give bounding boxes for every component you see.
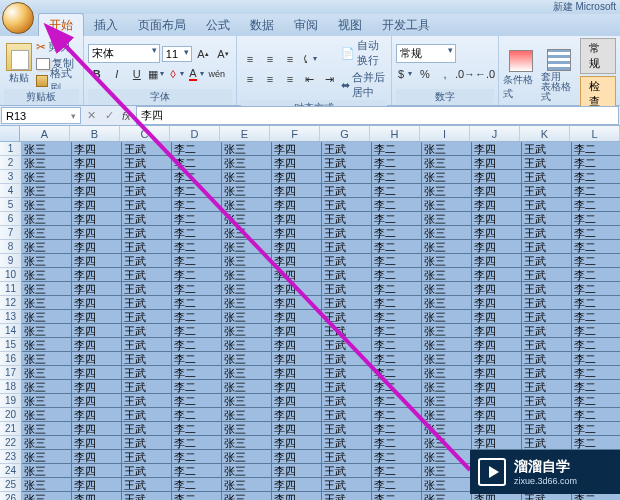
- cell[interactable]: 李二: [372, 296, 422, 310]
- name-box[interactable]: R13: [1, 107, 81, 124]
- cell[interactable]: 李二: [172, 352, 222, 366]
- cell[interactable]: 张三: [22, 226, 72, 240]
- cell[interactable]: 王武: [522, 338, 572, 352]
- cell[interactable]: 张三: [422, 450, 472, 464]
- border-button[interactable]: ▦: [148, 65, 166, 83]
- bold-button[interactable]: B: [88, 65, 106, 83]
- cell[interactable]: 李二: [572, 352, 620, 366]
- cell[interactable]: 李四: [272, 282, 322, 296]
- cell[interactable]: 王武: [122, 310, 172, 324]
- cell[interactable]: 张三: [22, 464, 72, 478]
- cell[interactable]: 李二: [172, 254, 222, 268]
- wrap-text-button[interactable]: 📄自动换行: [341, 38, 387, 68]
- font-color-button[interactable]: A: [188, 65, 206, 83]
- row-header[interactable]: 19: [0, 394, 22, 408]
- cell[interactable]: 李四: [72, 394, 122, 408]
- cell[interactable]: 李四: [472, 170, 522, 184]
- cell[interactable]: 王武: [122, 198, 172, 212]
- cell[interactable]: 王武: [522, 240, 572, 254]
- cell[interactable]: 张三: [222, 436, 272, 450]
- cell[interactable]: 张三: [222, 212, 272, 226]
- cell[interactable]: 李二: [572, 436, 620, 450]
- cell[interactable]: 张三: [22, 338, 72, 352]
- cell[interactable]: 张三: [22, 394, 72, 408]
- cell[interactable]: 李二: [172, 464, 222, 478]
- cell[interactable]: 李二: [372, 450, 422, 464]
- number-format-combo[interactable]: 常规: [396, 44, 456, 63]
- cell[interactable]: 王武: [322, 352, 372, 366]
- cell[interactable]: 张三: [422, 240, 472, 254]
- cell[interactable]: 李二: [572, 184, 620, 198]
- row-header[interactable]: 2: [0, 156, 22, 170]
- cell[interactable]: 张三: [222, 492, 272, 500]
- cell[interactable]: 李二: [172, 240, 222, 254]
- font-name-combo[interactable]: 宋体: [88, 44, 160, 63]
- cell[interactable]: 李四: [472, 254, 522, 268]
- cell[interactable]: 李四: [72, 254, 122, 268]
- cell[interactable]: 李二: [572, 394, 620, 408]
- select-all-corner[interactable]: [0, 126, 20, 141]
- cell[interactable]: 王武: [322, 310, 372, 324]
- row-header[interactable]: 25: [0, 478, 22, 492]
- cell[interactable]: 李二: [172, 436, 222, 450]
- row-header[interactable]: 9: [0, 254, 22, 268]
- cell[interactable]: 张三: [222, 198, 272, 212]
- align-bottom-button[interactable]: ≡: [281, 50, 299, 68]
- cell[interactable]: 张三: [22, 212, 72, 226]
- cell[interactable]: 张三: [222, 142, 272, 156]
- cell[interactable]: 李二: [172, 380, 222, 394]
- cell[interactable]: 王武: [322, 254, 372, 268]
- cell[interactable]: 张三: [422, 478, 472, 492]
- cell[interactable]: 李四: [72, 296, 122, 310]
- cell[interactable]: 李二: [372, 254, 422, 268]
- cell[interactable]: 王武: [522, 394, 572, 408]
- cell[interactable]: 张三: [22, 408, 72, 422]
- cell[interactable]: 张三: [422, 380, 472, 394]
- cell[interactable]: 李四: [272, 170, 322, 184]
- cell[interactable]: 李二: [372, 156, 422, 170]
- cell[interactable]: 李四: [272, 184, 322, 198]
- cell[interactable]: 李二: [172, 226, 222, 240]
- align-middle-button[interactable]: ≡: [261, 50, 279, 68]
- cell[interactable]: 李四: [72, 352, 122, 366]
- cell[interactable]: 张三: [422, 212, 472, 226]
- cell[interactable]: 王武: [322, 492, 372, 500]
- fx-icon[interactable]: fx: [118, 110, 135, 122]
- cell[interactable]: 王武: [322, 450, 372, 464]
- orientation-button[interactable]: ⤹: [301, 50, 319, 68]
- cell[interactable]: 李四: [272, 492, 322, 500]
- cell[interactable]: 王武: [522, 436, 572, 450]
- cell[interactable]: 李四: [472, 436, 522, 450]
- cell[interactable]: 李二: [572, 324, 620, 338]
- cell[interactable]: 王武: [522, 422, 572, 436]
- underline-button[interactable]: U: [128, 65, 146, 83]
- cell[interactable]: 李四: [72, 170, 122, 184]
- cell[interactable]: 李二: [372, 352, 422, 366]
- row-header[interactable]: 14: [0, 324, 22, 338]
- cell[interactable]: 李二: [372, 142, 422, 156]
- row-header[interactable]: 22: [0, 436, 22, 450]
- cell[interactable]: 王武: [522, 352, 572, 366]
- col-header[interactable]: L: [570, 126, 620, 141]
- cell[interactable]: 李二: [572, 310, 620, 324]
- cell[interactable]: 李四: [472, 310, 522, 324]
- cell[interactable]: 王武: [522, 282, 572, 296]
- cell[interactable]: 李四: [272, 352, 322, 366]
- cell[interactable]: 王武: [122, 352, 172, 366]
- cell[interactable]: 王武: [522, 170, 572, 184]
- cell[interactable]: 王武: [122, 254, 172, 268]
- cell[interactable]: 李四: [72, 226, 122, 240]
- row-header[interactable]: 7: [0, 226, 22, 240]
- cell[interactable]: 李四: [472, 296, 522, 310]
- cell[interactable]: 王武: [122, 478, 172, 492]
- cell[interactable]: 李四: [472, 268, 522, 282]
- cell[interactable]: 李二: [372, 226, 422, 240]
- cell[interactable]: 李四: [72, 408, 122, 422]
- tab-5[interactable]: 审阅: [284, 14, 328, 36]
- cell[interactable]: 李四: [72, 240, 122, 254]
- row-header[interactable]: 24: [0, 464, 22, 478]
- cell[interactable]: 李二: [572, 366, 620, 380]
- cell[interactable]: 张三: [222, 156, 272, 170]
- cell[interactable]: 张三: [222, 240, 272, 254]
- cell[interactable]: 李二: [572, 170, 620, 184]
